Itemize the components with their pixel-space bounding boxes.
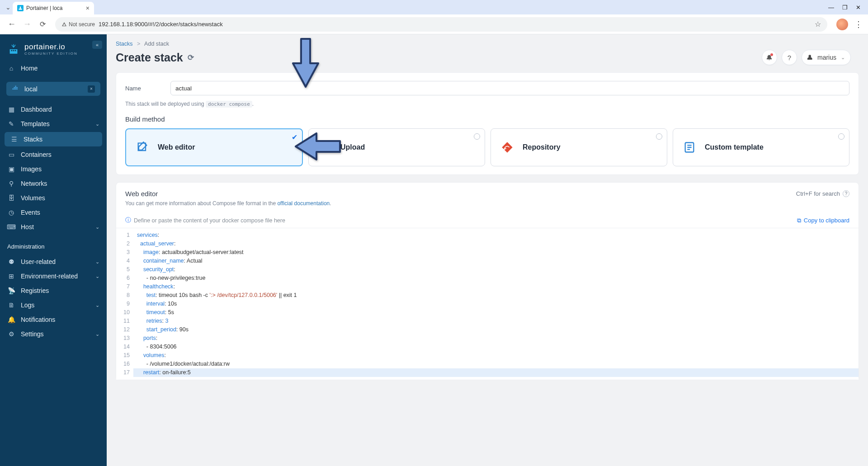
portainer-favicon bbox=[17, 5, 24, 11]
maximize-button[interactable]: ❐ bbox=[842, 4, 848, 11]
build-method-custom-template[interactable]: Custom template bbox=[673, 128, 849, 166]
sidebar-item-home[interactable]: ⌂ Home bbox=[0, 61, 107, 75]
custom-template-icon bbox=[681, 139, 698, 155]
images-icon: ▣ bbox=[7, 165, 15, 173]
registries-icon: 📡 bbox=[7, 287, 15, 294]
breadcrumb-root[interactable]: Stacks bbox=[116, 41, 133, 47]
browser-tab[interactable]: Portainer | loca × bbox=[13, 2, 94, 14]
sidebar-admin-item-settings[interactable]: ⚙Settings⌄ bbox=[0, 327, 107, 341]
code-line[interactable]: restart: on-failure:5 bbox=[133, 368, 859, 377]
code-line[interactable]: - 8304:5006 bbox=[133, 343, 859, 351]
code-line[interactable]: healthcheck: bbox=[133, 282, 859, 291]
docs-link[interactable]: official documentation bbox=[277, 200, 330, 207]
radio-icon bbox=[656, 133, 662, 140]
code-line[interactable]: retries: 3 bbox=[133, 317, 859, 325]
reload-button[interactable]: ⟳ bbox=[36, 18, 49, 31]
code-line[interactable]: security_opt: bbox=[133, 265, 859, 274]
code-line[interactable]: - /volume1/docker/actual:/data:rw bbox=[133, 360, 859, 368]
sidebar-logo[interactable]: portainer.io COMMUNITY EDITION bbox=[0, 34, 107, 58]
method-label: Repository bbox=[523, 143, 561, 151]
back-button[interactable]: ← bbox=[5, 18, 18, 31]
sidebar-item-stacks[interactable]: ☰Stacks bbox=[5, 132, 102, 146]
templates-icon: ✎ bbox=[7, 120, 15, 127]
code-line[interactable]: container_name: Actual bbox=[133, 257, 859, 265]
sidebar-item-label: Notifications bbox=[21, 316, 55, 323]
host-icon: ⌨ bbox=[7, 223, 15, 231]
sidebar-collapse-button[interactable]: « bbox=[92, 41, 102, 49]
minimize-button[interactable]: — bbox=[828, 4, 834, 11]
method-label: Web editor bbox=[158, 143, 195, 151]
brand-edition: COMMUNITY EDITION bbox=[24, 52, 78, 56]
sidebar-item-label: Containers bbox=[21, 151, 52, 158]
sidebar-admin-item-logs[interactable]: 🗎Logs⌄ bbox=[0, 298, 107, 312]
sidebar-item-label: Stacks bbox=[24, 136, 42, 143]
sidebar-item-dashboard[interactable]: ▦Dashboard bbox=[0, 102, 107, 117]
code-line[interactable]: ports: bbox=[133, 334, 859, 343]
help-button[interactable]: ? bbox=[782, 50, 797, 65]
sidebar-admin-item-environment-related[interactable]: ⊞Environment-related⌄ bbox=[0, 269, 107, 283]
dashboard-icon: ▦ bbox=[7, 106, 15, 113]
web-editor-icon bbox=[134, 139, 151, 155]
sidebar-item-label: Registries bbox=[21, 287, 49, 294]
sidebar-admin-item-notifications[interactable]: 🔔Notifications bbox=[0, 312, 107, 327]
sidebar-item-volumes[interactable]: 🗄Volumes bbox=[0, 191, 107, 205]
notifications-button[interactable]: 🔔︎ bbox=[762, 50, 777, 65]
browser-tab-strip: ⌄ Portainer | loca × — ❐ ✕ bbox=[0, 0, 868, 14]
close-tab-icon[interactable]: × bbox=[86, 5, 90, 12]
sidebar-item-containers[interactable]: ▭Containers bbox=[0, 147, 107, 162]
code-line[interactable]: start_period: 90s bbox=[133, 325, 859, 334]
web-editor-card: Web editor Ctrl+F for search ? You can g… bbox=[116, 182, 859, 380]
chevron-down-icon: ⌄ bbox=[95, 331, 99, 337]
editor-search-hint: Ctrl+F for search ? bbox=[796, 190, 849, 197]
build-method-repository[interactable]: Repository bbox=[491, 128, 667, 166]
copy-to-clipboard-button[interactable]: ⧉ Copy to clipboard bbox=[797, 217, 849, 224]
bookmark-icon[interactable]: ☆ bbox=[815, 20, 821, 28]
window-controls: — ❐ ✕ bbox=[828, 4, 864, 11]
sidebar: portainer.io COMMUNITY EDITION « ⌂ Home … bbox=[0, 34, 107, 466]
sidebar-item-events[interactable]: ◷Events bbox=[0, 205, 107, 220]
code-line[interactable]: services: bbox=[133, 231, 859, 240]
close-window-button[interactable]: ✕ bbox=[856, 4, 861, 11]
home-icon: ⌂ bbox=[7, 65, 15, 72]
info-icon: ⓘ bbox=[125, 217, 131, 224]
copy-icon: ⧉ bbox=[797, 217, 801, 224]
sidebar-admin-item-user-related[interactable]: ⚉User-related⌄ bbox=[0, 254, 107, 269]
code-line[interactable]: image: actualbudget/actual-server:latest bbox=[133, 248, 859, 257]
security-indicator[interactable]: Not secure bbox=[61, 21, 95, 28]
stack-name-input[interactable] bbox=[170, 81, 849, 95]
chevron-down-icon: ⌄ bbox=[95, 224, 99, 230]
editor-placeholder-hint: ⓘ Define or paste the content of your do… bbox=[125, 217, 285, 224]
sidebar-admin-item-registries[interactable]: 📡Registries bbox=[0, 283, 107, 298]
refresh-icon[interactable]: ⟳ bbox=[188, 53, 194, 62]
code-line[interactable]: timeout: 5s bbox=[133, 308, 859, 317]
code-editor[interactable]: 1234567891011121314151617 services: actu… bbox=[116, 228, 859, 380]
profile-avatar[interactable] bbox=[836, 19, 848, 30]
code-line[interactable]: test: timeout 10s bash -c ':> /dev/tcp/1… bbox=[133, 291, 859, 300]
tab-list-dropdown[interactable]: ⌄ bbox=[4, 4, 13, 11]
warning-icon bbox=[61, 22, 67, 27]
sidebar-item-host[interactable]: ⌨Host⌄ bbox=[0, 220, 107, 234]
repository-icon bbox=[499, 139, 515, 155]
sidebar-item-networks[interactable]: ⚲Networks bbox=[0, 176, 107, 191]
code-line[interactable]: interval: 10s bbox=[133, 300, 859, 308]
stacks-icon: ☰ bbox=[10, 136, 18, 143]
environment-close-icon[interactable]: × bbox=[88, 85, 95, 93]
sidebar-environment[interactable]: local × bbox=[6, 82, 100, 96]
code-line[interactable]: - no-new-privileges:true bbox=[133, 274, 859, 282]
user-menu[interactable]: 👤︎ marius ⌄ bbox=[802, 50, 851, 65]
browser-menu-icon[interactable]: ⋮ bbox=[854, 19, 863, 29]
sidebar-item-label: Environment-related bbox=[21, 273, 78, 280]
sidebar-item-label: Volumes bbox=[21, 194, 45, 202]
build-method-web-editor[interactable]: ✔Web editor bbox=[125, 128, 303, 166]
address-bar[interactable]: Not secure 192.168.1.18:9000/#!/2/docker… bbox=[55, 17, 827, 32]
annotation-arrow-down bbox=[288, 36, 324, 92]
forward-button[interactable]: → bbox=[21, 18, 33, 31]
sidebar-item-images[interactable]: ▣Images bbox=[0, 162, 107, 176]
code-line[interactable]: volumes: bbox=[133, 351, 859, 360]
help-icon[interactable]: ? bbox=[843, 190, 849, 197]
code-line[interactable]: actual_server: bbox=[133, 240, 859, 248]
sidebar-item-templates[interactable]: ✎Templates⌄ bbox=[0, 117, 107, 131]
sidebar-item-label: Networks bbox=[21, 180, 47, 187]
page-title: Create stack ⟳ bbox=[116, 51, 194, 64]
build-method-title: Build method bbox=[125, 115, 849, 123]
